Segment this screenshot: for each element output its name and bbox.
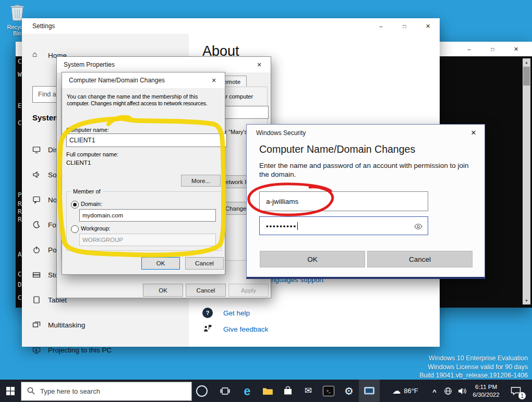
maximize-button[interactable]: □ [393, 18, 416, 34]
console-line: P [18, 191, 22, 199]
mail-button[interactable]: ✉ [298, 380, 319, 402]
edge-icon: e [244, 386, 251, 396]
console-line: E [18, 102, 22, 109]
speaker-icon [458, 387, 467, 395]
speaker-icon [32, 170, 41, 179]
domain-radio-label[interactable]: Domain: [81, 201, 102, 207]
password-field[interactable]: ••••••••• [259, 216, 428, 235]
dialog-intro-line: You can change the name and the membersh… [67, 93, 198, 100]
dialog-intro-line: computer. Changes might affect access to… [67, 100, 207, 106]
moon-icon [32, 221, 41, 229]
console-line: A [18, 250, 22, 258]
settings-gear-button[interactable]: ⚙ [338, 380, 359, 402]
volume-tray-button[interactable] [455, 380, 469, 402]
name-domain-dialog: Computer Name/Domain Changes ✕ You can c… [62, 72, 225, 275]
console-line: C [18, 119, 22, 127]
close-button[interactable]: ✕ [416, 18, 440, 34]
reveal-password-icon[interactable] [414, 223, 422, 231]
name-domain-titlebar[interactable]: Computer Name/Domain Changes ✕ [62, 72, 225, 88]
weather-temp: 86°F [404, 387, 418, 395]
scroll-down-arrow[interactable]: ▼ [523, 297, 530, 304]
window-title: Computer Name/Domain Changes [69, 77, 165, 84]
system-properties-titlebar[interactable]: System Properties ✕ [57, 57, 271, 72]
watermark-line: Windows License valid for 90 days [419, 363, 528, 372]
computer-name-label: Computer name: [66, 127, 109, 133]
console-line: C [18, 294, 22, 301]
sidebar-item-label: Projecting to this PC [48, 346, 112, 354]
store-button[interactable] [277, 380, 298, 402]
windows-logo-icon [6, 387, 15, 395]
tablet-icon [32, 296, 41, 304]
workgroup-radio-label[interactable]: Workgroup: [81, 225, 111, 232]
network-tray-button[interactable] [441, 380, 455, 402]
system-window-icon [364, 387, 374, 395]
feedback-icon [203, 324, 212, 333]
start-button[interactable] [0, 380, 21, 402]
close-button[interactable]: ✕ [463, 125, 485, 140]
sidebar-item-projecting[interactable]: Projecting to this PC [22, 340, 189, 361]
globe-icon [444, 387, 452, 395]
clock-date: 6/30/2022 [473, 391, 499, 399]
domain-radio[interactable] [71, 201, 79, 209]
active-app-button[interactable] [359, 380, 380, 402]
workgroup-field [79, 234, 216, 246]
scrollbar-thumb[interactable] [523, 67, 530, 86]
give-feedback-link[interactable]: Give feedback [223, 325, 268, 333]
weather-widget[interactable]: ☁ 86°F [384, 380, 427, 402]
scroll-up-arrow[interactable]: ▲ [523, 58, 530, 66]
mail-icon: ✉ [305, 385, 312, 396]
sidebar-item-multitasking[interactable]: Multitasking [22, 315, 189, 336]
minimize-button[interactable]: – [369, 18, 393, 34]
console-line: C [18, 270, 22, 278]
action-center-button[interactable]: 1 [504, 380, 528, 402]
console-line: R [18, 200, 22, 208]
console-line: D [18, 281, 22, 288]
console-line: R [18, 208, 22, 215]
computer-name-field[interactable] [66, 133, 227, 147]
minimize-button[interactable]: – [457, 42, 481, 56]
more-button[interactable]: More... [181, 175, 221, 187]
task-view-button[interactable] [214, 380, 236, 402]
window-title: Settings [32, 22, 55, 30]
maximize-button[interactable]: □ [481, 42, 504, 56]
display-icon [32, 145, 41, 154]
store-bag-icon [283, 386, 293, 395]
console-scrollbar[interactable]: ▲ ▼ [523, 58, 530, 304]
console-line: W [18, 70, 22, 78]
get-help-icon: ? [202, 308, 213, 318]
search-input[interactable] [39, 382, 187, 400]
clock-time: 6:11 PM [473, 383, 499, 391]
ok-button[interactable]: OK [260, 251, 365, 267]
tray-overflow-button[interactable]: ^ [429, 380, 440, 402]
command-prompt-button[interactable]: >_ [318, 380, 339, 402]
windows-watermark: Windows 10 Enterprise Evaluation Windows… [419, 354, 528, 380]
console-line: R [18, 215, 22, 223]
command-prompt-icon: >_ [323, 386, 334, 396]
taskbar-search-box[interactable] [21, 382, 192, 401]
watermark-line: Windows 10 Enterprise Evaluation [419, 354, 528, 363]
ok-button[interactable]: OK [141, 257, 180, 270]
close-button[interactable]: ✕ [203, 72, 225, 88]
settings-window-controls: – □ ✕ [369, 18, 440, 34]
workgroup-radio[interactable] [71, 225, 79, 233]
username-field[interactable] [259, 191, 428, 211]
close-button[interactable]: ✕ [504, 42, 528, 56]
clock-tray-button[interactable]: 6:11 PM 6/30/2022 [470, 380, 502, 402]
member-of-group: Member of Domain: Workgroup: [66, 191, 222, 251]
domain-field[interactable] [79, 209, 216, 222]
gear-icon: ⚙ [344, 385, 354, 397]
ok-button[interactable]: OK [143, 284, 183, 297]
cancel-button[interactable]: Cancel [186, 284, 226, 297]
edge-button[interactable]: e [237, 380, 258, 402]
cancel-button[interactable]: Cancel [185, 257, 224, 270]
cortana-button[interactable] [191, 380, 213, 402]
get-help-link[interactable]: Get help [223, 309, 250, 317]
full-computer-name-label: Full computer name: [66, 151, 118, 157]
apply-button: Apply [228, 284, 269, 297]
file-explorer-button[interactable] [257, 380, 278, 402]
home-icon: ⌂ [32, 50, 41, 58]
full-computer-name-value: CLIENT1 [66, 160, 91, 166]
cancel-button[interactable]: Cancel [367, 251, 473, 267]
close-button[interactable]: ✕ [248, 57, 271, 72]
settings-titlebar[interactable]: Settings – □ ✕ [22, 18, 440, 34]
